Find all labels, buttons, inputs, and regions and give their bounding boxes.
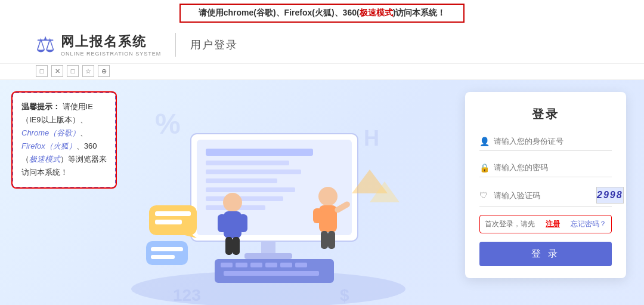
svg-rect-28	[313, 208, 322, 223]
svg-point-20	[223, 193, 242, 212]
login-button[interactable]: 登 录	[479, 242, 612, 266]
register-text: 首次登录，请先	[485, 219, 535, 229]
toolbar-btn-5[interactable]: ⊕	[98, 65, 110, 77]
svg-rect-23	[239, 214, 247, 232]
svg-rect-3	[206, 149, 313, 156]
svg-rect-35	[155, 220, 182, 224]
register-link[interactable]: 注册	[546, 219, 560, 229]
captcha-input[interactable]	[491, 189, 596, 202]
captcha-input-row: 🛡 2998	[479, 187, 612, 207]
header-divider	[175, 33, 176, 57]
site-title-zh: 网上报名系统	[61, 33, 161, 51]
svg-rect-14	[236, 263, 247, 267]
captcha-image[interactable]: 2998	[596, 187, 624, 204]
logo-icon: ⚖	[36, 32, 55, 57]
svg-rect-7	[206, 187, 295, 192]
user-icon: 👤	[479, 137, 491, 146]
toolbar-btn-4[interactable]: ☆	[82, 65, 94, 77]
svg-rect-24	[225, 237, 233, 255]
svg-rect-25	[233, 237, 240, 255]
toolbar-btn-3[interactable]: □	[67, 65, 79, 77]
svg-rect-4	[206, 161, 289, 165]
shield-icon: 🛡	[479, 190, 491, 200]
svg-rect-18	[295, 263, 307, 267]
toolbar-btn-1[interactable]: □	[36, 65, 48, 77]
logo: ⚖ 网上报名系统 ONLINE REGISTRATION SYSTEM	[36, 32, 161, 57]
warning-box: 温馨提示： 请使用IE（IE9以上版本）、Chrome（谷歌）、Firefox（…	[12, 92, 116, 188]
id-input-row: 👤	[479, 134, 612, 151]
toolbar-btn-2[interactable]: ✕	[51, 65, 63, 77]
header: ⚖ 网上报名系统 ONLINE REGISTRATION SYSTEM 用户登录	[0, 26, 644, 64]
svg-rect-34	[155, 211, 191, 216]
svg-rect-15	[250, 263, 262, 267]
svg-rect-30	[321, 231, 328, 249]
svg-rect-11	[244, 253, 292, 259]
svg-point-26	[318, 187, 338, 206]
warning-360: 极速模式	[29, 155, 60, 164]
password-input[interactable]	[491, 161, 612, 174]
toolbar: □ ✕ □ ☆ ⊕	[0, 64, 644, 80]
svg-rect-6	[206, 178, 277, 183]
main-content: 温馨提示： 请使用IE（IE9以上版本）、Chrome（谷歌）、Firefox（…	[0, 80, 644, 305]
svg-rect-5	[206, 170, 301, 174]
svg-text:%: %	[155, 108, 181, 140]
svg-rect-31	[328, 231, 335, 249]
svg-rect-38	[151, 247, 183, 251]
svg-rect-19	[224, 271, 319, 276]
register-row: 首次登录，请先 注册 忘记密码？	[479, 215, 612, 233]
svg-rect-17	[280, 263, 292, 267]
svg-text:H: H	[364, 126, 379, 150]
svg-rect-39	[151, 255, 175, 259]
warning-label: 温馨提示：	[21, 102, 60, 111]
svg-text:$: $	[340, 286, 349, 304]
warning-firefox: Firefox（火狐）	[21, 141, 76, 150]
svg-rect-13	[221, 263, 233, 267]
svg-rect-16	[265, 263, 277, 267]
login-title: 登录	[479, 106, 612, 122]
lock-icon: 🔒	[479, 163, 491, 172]
top-banner: 请使用chrome(谷歌)、Firefox(火狐)、360(极速模式)访问本系统…	[179, 4, 465, 23]
svg-text:123: 123	[173, 286, 201, 304]
id-input[interactable]	[491, 134, 612, 148]
site-title-en: ONLINE REGISTRATION SYSTEM	[61, 51, 161, 57]
password-input-row: 🔒	[479, 161, 612, 177]
warning-chrome: Chrome（谷歌）	[21, 128, 80, 137]
forgot-password-link[interactable]: 忘记密码？	[571, 219, 606, 229]
svg-rect-36	[146, 241, 188, 265]
page-subtitle: 用户登录	[190, 38, 238, 52]
svg-rect-8	[206, 196, 283, 201]
login-panel: 登录 👤 🔒 🛡 2998 首次登录，请先 注册 忘记密码？	[465, 92, 626, 278]
svg-rect-22	[218, 214, 227, 232]
illustration: % H 123 $	[107, 80, 429, 305]
